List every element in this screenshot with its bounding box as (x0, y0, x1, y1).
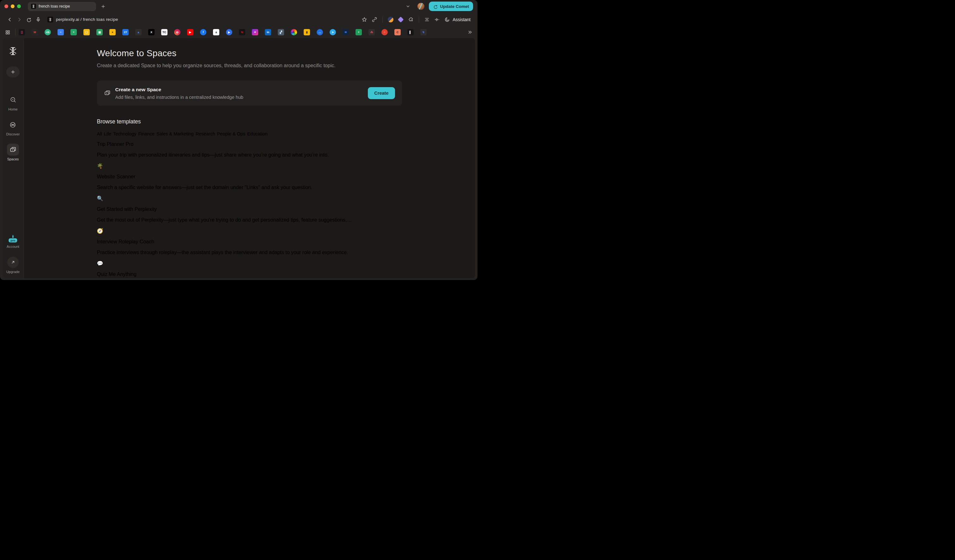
template-card-website-scanner[interactable]: Website Scanner Search a specific websit… (97, 174, 402, 201)
template-card-interview-coach[interactable]: Interview Roleplay Coach Practice interv… (97, 239, 402, 267)
bookmark-gradient-app-icon[interactable]: ✦ (252, 29, 258, 35)
spaces-frames-icon (7, 144, 19, 156)
bookmark-lightning-icon[interactable]: ↯ (420, 29, 427, 35)
refresh-icon (433, 4, 438, 9)
template-card-trip-planner[interactable]: Trip Planner Pro Plan your trip with per… (97, 142, 402, 169)
bookmark-xda-icon[interactable]: [] (19, 29, 25, 35)
account-chevron-down-icon (14, 239, 18, 244)
browser-window: french toas recipe Update Comet perplexi… (0, 0, 478, 280)
bookmarks-overflow-chevrons-icon[interactable] (467, 30, 473, 35)
magnifying-glass-emoji: 🔍 (97, 196, 103, 201)
web-content: Home Discover Spaces pro (3, 38, 475, 278)
bookmark-google-chat-icon[interactable]: ▣ (96, 29, 103, 35)
bookmark-telegram-icon[interactable]: ➤ (330, 29, 336, 35)
perplexity-logo-icon[interactable] (8, 47, 18, 57)
forward-button[interactable] (14, 15, 24, 24)
tab-list-chevron-icon[interactable] (405, 4, 410, 9)
bookmark-google-docs-icon[interactable]: ≡ (58, 29, 64, 35)
filter-tab-all[interactable]: All (97, 131, 102, 136)
bookmark-dark-portrait-icon[interactable]: ▌ (407, 29, 414, 35)
create-space-card[interactable]: Create a new Space Add files, links, and… (97, 81, 402, 106)
bookmarks-bar: []Mcb≡+▢▣●27▲XTC◎▶fa▶N✦in▞b▮…➤≋+⁂○C▌↯ (0, 26, 478, 38)
assistant-button[interactable]: Assistant (442, 17, 473, 22)
bookmark-chat-bubble-blue-icon[interactable]: … (317, 29, 323, 35)
reader-lines-icon[interactable] (422, 15, 432, 24)
bookmark-red-molecule-icon[interactable]: ⁂ (368, 29, 375, 35)
close-window-button[interactable] (5, 5, 8, 8)
bookmark-x-twitter-icon[interactable]: X (148, 29, 155, 35)
filter-tab-people-ops[interactable]: People & Ops (217, 131, 245, 136)
sidebar-item-account[interactable]: pro Account (7, 236, 19, 248)
extensions-puzzle-icon[interactable] (406, 15, 416, 24)
bookmark-google-sheets-icon[interactable]: + (70, 29, 77, 35)
discover-globe-icon (7, 119, 19, 131)
filter-tab-education[interactable]: Education (247, 131, 268, 136)
perplexity-sidebar: Home Discover Spaces pro (3, 38, 24, 278)
back-button[interactable] (5, 15, 14, 24)
bookmark-facebook-icon[interactable]: f (200, 29, 207, 35)
bookmark-instagram-icon[interactable]: ◎ (174, 29, 180, 35)
bookmark-blue-stack-icon[interactable]: ≋ (343, 29, 349, 35)
page-subtitle: Create a dedicated Space to help you org… (97, 63, 402, 69)
bookmark-gmail-100plus-icon[interactable]: M (31, 29, 38, 35)
spaces-frames-icon (104, 90, 111, 97)
sidebar-item-upgrade[interactable]: Upgrade (6, 257, 20, 274)
bookmark-star-icon[interactable] (360, 15, 369, 24)
extension-gem-icon[interactable] (396, 15, 405, 24)
voice-waveform-icon[interactable] (432, 15, 442, 24)
traffic-lights (5, 5, 21, 8)
sidebar-item-discover[interactable]: Discover (6, 119, 20, 136)
filter-tab-technology[interactable]: Technology (113, 131, 136, 136)
create-button[interactable]: Create (368, 87, 395, 99)
tab-bar: french toas recipe Update Comet (0, 0, 478, 12)
bookmark-slides-yellow-icon[interactable]: ▢ (83, 29, 90, 35)
new-thread-button[interactable] (6, 67, 20, 77)
filter-tab-research[interactable]: Research (196, 131, 215, 136)
template-card-get-started[interactable]: Get Started with Perplexity Get the most… (97, 206, 402, 234)
bookmark-crunchbase-icon[interactable]: cb (45, 29, 51, 35)
speech-balloon-emoji: 💬 (97, 261, 103, 266)
perplexity-favicon (47, 17, 53, 22)
filter-tab-life[interactable]: Life (104, 131, 111, 136)
tab-title: french toas recipe (39, 4, 70, 9)
page-title: Welcome to Spaces (97, 48, 402, 58)
bookmark-video-play-icon[interactable]: ▶ (226, 29, 232, 35)
minimize-window-button[interactable] (11, 5, 14, 8)
bookmark-netflix-icon[interactable]: N (239, 29, 245, 35)
bookmark-sheets-green-icon[interactable]: + (355, 29, 362, 35)
template-card-quiz-me[interactable]: Quiz Me Anything Test your knowledge on … (97, 271, 402, 278)
bookmark-google-calendar-27-icon[interactable]: 27 (122, 29, 128, 35)
sidebar-item-spaces[interactable]: Spaces (7, 144, 19, 161)
perplexity-favicon (31, 4, 36, 9)
bookmark-favicons: []Mcb≡+▢▣●27▲XTC◎▶fa▶N✦in▞b▮…➤≋+⁂○C▌↯ (19, 29, 464, 35)
bookmark-photo-thumbnail-icon[interactable]: ▞ (278, 29, 284, 35)
bookmark-amazon-icon[interactable]: a (213, 29, 219, 35)
bookmark-linkedin-icon[interactable]: in (265, 29, 271, 35)
new-tab-button[interactable] (100, 4, 106, 9)
bookmark-youtube-icon[interactable]: ▶ (187, 29, 193, 35)
voice-search-mic-icon[interactable] (33, 15, 43, 24)
browser-tab[interactable]: french toas recipe (28, 2, 96, 11)
reload-button[interactable] (24, 15, 33, 24)
apps-grid-icon[interactable] (5, 30, 13, 35)
upgrade-arrow-icon (7, 257, 19, 268)
bookmark-color-wheel-b-icon[interactable]: b (291, 29, 297, 35)
bookmark-google-keep-icon[interactable]: ● (110, 29, 116, 35)
address-bar[interactable]: perplexity.ai / french toas recipe (47, 17, 360, 22)
home-search-icon (7, 94, 19, 106)
template-filter-tabs: All Life Technology Finance Sales & Mark… (97, 131, 402, 136)
bookmark-google-drive-icon[interactable]: ▲ (135, 29, 142, 35)
comet-profile-avatar[interactable] (418, 3, 424, 10)
bookmark-coral-c-icon[interactable]: C (395, 29, 401, 35)
update-comet-button[interactable]: Update Comet (429, 2, 473, 11)
browse-templates-title: Browse templates (97, 119, 402, 125)
filter-tab-sales-marketing[interactable]: Sales & Marketing (157, 131, 194, 136)
filter-tab-finance[interactable]: Finance (138, 131, 155, 136)
bookmark-techcrunch-icon[interactable]: TC (161, 29, 168, 35)
copy-link-icon[interactable] (370, 15, 379, 24)
sidebar-item-home[interactable]: Home (7, 94, 19, 111)
extension-swirl-icon[interactable] (386, 15, 395, 24)
bookmark-reddit-icon[interactable]: ○ (381, 29, 388, 35)
bookmark-honey-yellow-icon[interactable]: ▮ (304, 29, 310, 35)
zoom-window-button[interactable] (17, 5, 21, 8)
